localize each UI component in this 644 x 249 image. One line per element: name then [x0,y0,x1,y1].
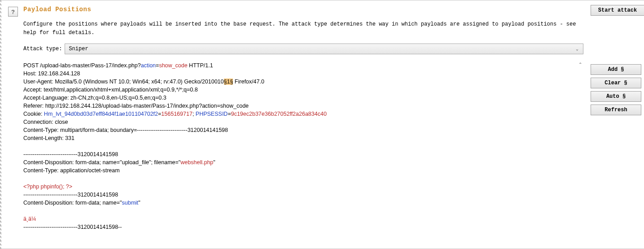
refresh-button[interactable]: Refresh [591,105,641,115]
add-marker-button[interactable]: Add § [591,64,641,75]
payload-marker[interactable]: §1§ [224,79,233,85]
scroll-up-icon[interactable]: ⌃ [577,61,583,68]
action-buttons: Start attack Add § Clear § Auto § Refres… [588,0,644,249]
panel-description: Configure the positions where payloads w… [23,20,583,37]
chevron-down-icon: ⌄ [574,46,580,52]
clear-markers-button[interactable]: Clear § [591,78,641,88]
auto-markers-button[interactable]: Auto § [591,91,641,102]
panel-title: Payload Positions [23,6,91,13]
payload-positions-panel: ? Payload Positions Configure the positi… [4,0,588,249]
attack-type-value: Sniper [69,46,88,52]
start-attack-button[interactable]: Start attack [591,5,644,16]
attack-type-label: Attack type: [23,46,62,52]
help-button[interactable]: ? [8,7,18,17]
attack-type-select[interactable]: Sniper ⌄ [65,44,583,54]
request-editor[interactable]: POST /upload-labs-master/Pass-17/index.p… [23,61,583,231]
